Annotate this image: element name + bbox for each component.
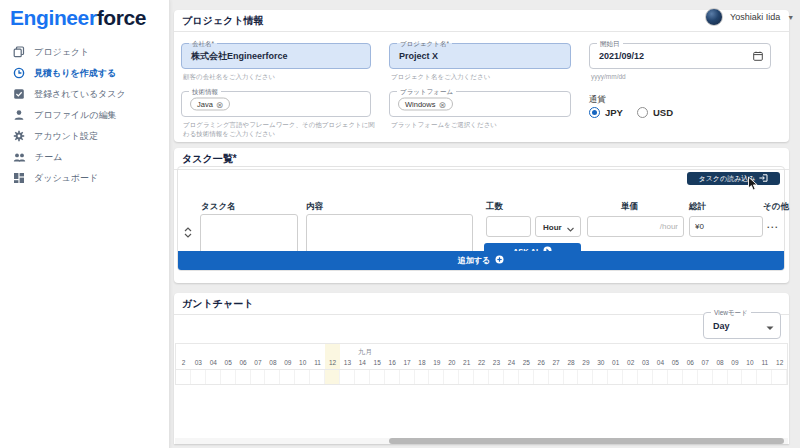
gantt-grid-cell xyxy=(236,370,251,385)
gantt-day-label: 23 xyxy=(489,357,504,368)
currency-option-usd[interactable]: USD xyxy=(637,107,673,118)
sidebar-item-registered-tasks[interactable]: 登録されているタスク xyxy=(0,84,169,105)
effort-input[interactable] xyxy=(486,216,531,237)
sidebar-item-dashboard[interactable]: ダッシュボード xyxy=(0,168,169,189)
company-name-value: 株式会社Engineerforce xyxy=(191,50,288,63)
tech-chip-label: Java xyxy=(197,100,213,109)
gantt-grid-cell xyxy=(504,370,519,385)
sidebar-item-label: 見積もりを作成する xyxy=(34,67,116,80)
tech-info-helper: プログラミング言語やフレームワーク、その他プロジェクトに関わる技術情報をご入力く… xyxy=(183,120,375,138)
load-tasks-button[interactable]: タスクの読み込み xyxy=(687,172,780,185)
user-menu[interactable]: Yoshiaki Iida ▼ xyxy=(705,5,794,29)
gantt-day-label: 09 xyxy=(280,357,295,368)
view-mode-label: Viewモード xyxy=(711,308,751,317)
sidebar-item-edit-profile[interactable]: プロファイルの編集 xyxy=(0,105,169,126)
gantt-day-label: 13 xyxy=(340,357,355,368)
radio-unchecked-icon[interactable] xyxy=(637,107,648,118)
chevron-down-icon xyxy=(567,218,574,236)
gantt-title: ガントチャート xyxy=(182,297,253,311)
chevron-down-icon xyxy=(766,317,774,335)
sidebar-item-create-estimate[interactable]: 見積もりを作成する xyxy=(0,63,169,84)
gantt-grid-cell xyxy=(310,370,325,385)
gantt-grid-cell xyxy=(191,370,206,385)
add-task-button[interactable]: 追加する xyxy=(178,251,784,270)
gantt-day-label: 04 xyxy=(206,357,221,368)
create-estimate-icon xyxy=(13,67,25,81)
gantt-grid-cell xyxy=(489,370,504,385)
gantt-grid-cell xyxy=(772,370,787,385)
sidebar-item-account-settings[interactable]: アカウント設定 xyxy=(0,126,169,147)
gantt-grid-cell xyxy=(474,370,489,385)
gantt-day-label: 05 xyxy=(668,357,683,368)
radio-checked-icon[interactable] xyxy=(589,107,600,118)
project-name-field[interactable]: プロジェクト名* Project X xyxy=(389,43,571,69)
gantt-grid-row xyxy=(176,369,787,385)
sidebar-item-label: チーム xyxy=(35,151,62,164)
gantt-grid-cell xyxy=(206,370,221,385)
gantt-grid-cell xyxy=(519,370,534,385)
sidebar-item-team[interactable]: チーム xyxy=(0,147,169,168)
currency-label: 通貨 xyxy=(589,94,606,106)
platform-chip[interactable]: Windows⊗ xyxy=(398,98,453,111)
gantt-day-label: 09 xyxy=(728,357,743,368)
chip-delete-icon[interactable]: ⊗ xyxy=(438,100,446,108)
platform-field[interactable]: プラットフォーム Windows⊗ xyxy=(389,91,571,117)
avatar[interactable] xyxy=(705,8,723,26)
gantt-grid-cell xyxy=(593,370,608,385)
effort-unit-select[interactable]: Hour xyxy=(535,216,581,237)
col-unit-price: 単価 xyxy=(621,201,638,213)
team-icon xyxy=(13,151,26,165)
gantt-day-label: 04 xyxy=(653,357,668,368)
gantt-hscrollbar-thumb[interactable] xyxy=(389,438,784,444)
gantt-timeline[interactable]: 九月 2030405060708091011121314151617181920… xyxy=(175,343,788,385)
gantt-hscrollbar-track[interactable] xyxy=(175,438,788,444)
gantt-grid-cell xyxy=(325,370,340,385)
col-total: 総計 xyxy=(689,201,706,213)
sidebar-item-projects[interactable]: プロジェクト xyxy=(0,42,169,63)
tech-chip[interactable]: Java⊗ xyxy=(190,98,230,111)
logo-text-secondary: force xyxy=(97,6,146,29)
project-info-title: プロジェクト情報 xyxy=(182,14,263,28)
chip-delete-icon[interactable]: ⊗ xyxy=(216,100,224,108)
gantt-day-label: 15 xyxy=(370,357,385,368)
gantt-grid-cell xyxy=(251,370,266,385)
gear-icon xyxy=(13,130,25,144)
gantt-day-label: 25 xyxy=(519,357,534,368)
view-mode-select[interactable]: Viewモード Day xyxy=(703,312,781,339)
start-date-helper: yyyy/mm/dd xyxy=(591,72,773,81)
col-effort: 工数 xyxy=(486,201,503,213)
gantt-grid-cell xyxy=(564,370,579,385)
company-name-field[interactable]: 会社名* 株式会社Engineerforce xyxy=(181,43,371,69)
gantt-day-label: 20 xyxy=(444,357,459,368)
gantt-day-label: 06 xyxy=(683,357,698,368)
gantt-day-label: 29 xyxy=(578,357,593,368)
sidebar-menu: プロジェクト 見積もりを作成する 登録されているタスク プロファイルの編集 アカ… xyxy=(0,42,169,189)
gantt-day-label: 11 xyxy=(310,357,325,368)
calendar-icon[interactable] xyxy=(753,47,763,65)
row-more-button[interactable]: ... xyxy=(767,220,779,230)
gantt-month-label: 九月 xyxy=(358,347,372,357)
platform-label: プラットフォーム xyxy=(397,87,456,96)
total-input[interactable] xyxy=(689,216,763,237)
gantt-grid-cell xyxy=(713,370,728,385)
gantt-grid-cell xyxy=(355,370,370,385)
currency-radio-group: JPY USD xyxy=(589,107,673,118)
currency-jpy-label: JPY xyxy=(605,107,623,118)
gantt-day-label: 03 xyxy=(638,357,653,368)
gantt-header: ガントチャート xyxy=(174,293,789,315)
import-icon xyxy=(759,174,768,183)
currency-option-jpy[interactable]: JPY xyxy=(589,107,623,118)
gantt-day-label: 01 xyxy=(608,357,623,368)
unit-price-input[interactable] xyxy=(587,216,684,237)
tech-info-field[interactable]: 技術情報 Java⊗ xyxy=(181,91,371,117)
gantt-grid-cell xyxy=(280,370,295,385)
drag-handle-icon[interactable] xyxy=(184,224,192,242)
gantt-grid-cell xyxy=(415,370,430,385)
sidebar-item-label: ダッシュボード xyxy=(34,172,98,185)
start-date-field[interactable]: 開始日 2021/09/12 xyxy=(589,43,771,69)
gantt-grid-cell xyxy=(578,370,593,385)
gantt-grid-cell xyxy=(653,370,668,385)
sidebar-item-label: 登録されているタスク xyxy=(34,88,126,101)
gantt-days-row: 2030405060708091011121314151617181920212… xyxy=(176,357,787,368)
sidebar-item-label: プロジェクト xyxy=(34,46,89,59)
